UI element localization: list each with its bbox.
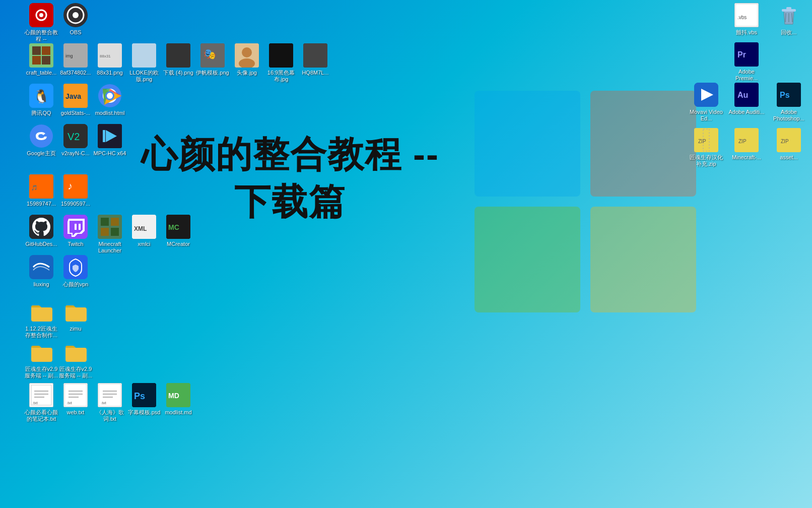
recycle-bin-label: 回收...	[781, 29, 796, 36]
svg-rect-12	[42, 46, 50, 55]
88x31-icon: 88x31	[98, 43, 122, 68]
adobe-premiere-label: Adobe Premie...	[728, 69, 765, 82]
bandicam-icon	[29, 3, 53, 27]
xinyan-vpn-label: 心颜的vpn	[63, 281, 89, 288]
icon-xinyan-vpn[interactable]: 心颜的vpn	[55, 253, 96, 290]
svg-text:MD: MD	[168, 392, 179, 400]
svg-text:Ps: Ps	[780, 91, 790, 99]
bandicam-label: 心颜的整合教程 --	[23, 29, 59, 42]
chrome-icon	[98, 84, 122, 108]
craft-table-icon	[29, 43, 53, 68]
icon-movavi[interactable]: Movavi Video Ed...	[686, 81, 726, 124]
icon-chrome[interactable]: modlist.html	[90, 82, 130, 118]
rensea-txt-label: 《人海》歌词.txt	[92, 409, 128, 422]
icon-assets-zip[interactable]: ZIP asset...	[769, 126, 809, 163]
adobe-photoshop-r-icon: Ps	[777, 83, 801, 107]
qq-label: 腾讯QQ	[31, 110, 51, 116]
svg-rect-84	[786, 7, 791, 10]
chrome-label: modlist.html	[95, 110, 125, 116]
svg-text:.txt: .txt	[32, 401, 38, 405]
github-icon	[29, 215, 53, 239]
modlistmd-label: modlist.md	[165, 409, 191, 416]
svg-text:88x31: 88x31	[100, 54, 111, 58]
v2rayn-icon: V2	[63, 124, 88, 148]
svg-text:.vbs: .vbs	[737, 15, 747, 20]
svg-rect-20	[166, 43, 190, 68]
svg-text:Pr: Pr	[737, 50, 746, 59]
rensea-txt-icon: .txt	[98, 383, 122, 407]
svg-text:♪: ♪	[67, 180, 73, 192]
zimu-psd-label: 字幕模板.psd	[128, 409, 161, 416]
icon-adobe-audition[interactable]: Au Adobe Auditi...	[726, 81, 767, 117]
zimu-label: zimu	[70, 326, 81, 332]
desktop-area: 心颜的整合教程 -- OBS craft_table... img	[0, 0, 812, 508]
svg-text:MC: MC	[168, 223, 179, 231]
adobe-photoshop-r-label: Adobe Photoshop...	[771, 109, 807, 122]
web-txt-label: web.txt	[67, 409, 85, 416]
svg-text:ZIP: ZIP	[781, 139, 789, 144]
zhanhuo-vbs-label: 颤抖.vbs	[736, 29, 757, 36]
modlistmd-icon: MD	[166, 383, 190, 407]
touxiang-label: 头像.jpg	[237, 70, 257, 76]
v2rayn-label: v2rayN-C...	[61, 150, 90, 157]
15989747-label: 15989747...	[27, 201, 56, 207]
obs-label: OBS	[70, 29, 81, 36]
svg-text:.txt: .txt	[66, 401, 72, 405]
download4-label: 下载 (4).png	[163, 70, 193, 76]
google-label: Google主页	[27, 150, 55, 157]
svg-rect-26	[269, 43, 293, 68]
zimu-psd-icon: Ps	[132, 383, 156, 407]
adobe-audition-label: Adobe Auditi...	[729, 109, 765, 115]
svg-rect-51	[101, 218, 109, 226]
icon-adobe-photoshop-r[interactable]: Ps Adobe Photoshop...	[769, 81, 809, 124]
icon-hq8m7l[interactable]: HQ8M7L...	[295, 41, 335, 78]
qq-icon: 🐧	[29, 84, 53, 108]
icon-jianghu-zip[interactable]: ZIP 匠魂生存汉化补充.zip	[686, 126, 726, 169]
svg-text:ZIP: ZIP	[738, 139, 747, 144]
tools112-icon	[29, 299, 53, 324]
svg-rect-13	[32, 56, 41, 65]
yimu-label: 伊帆模板.png	[196, 70, 229, 76]
svg-rect-11	[32, 46, 41, 55]
svg-text:Java: Java	[65, 92, 81, 100]
icon-mcreator[interactable]: MC MCreator	[158, 213, 198, 249]
liuxing-label: liuxing	[33, 281, 49, 288]
twitch-icon	[63, 215, 88, 239]
diehun29-icon	[29, 340, 53, 364]
mpchc-icon	[98, 124, 122, 148]
88x31-label: 88x31.png	[97, 70, 122, 76]
svg-point-35	[107, 93, 113, 99]
craft-table-label: craft_table...	[26, 70, 57, 76]
icon-zimu[interactable]: zimu	[55, 297, 96, 334]
icon-obs[interactable]: OBS	[55, 1, 96, 38]
svg-rect-52	[111, 218, 119, 226]
icon-adobe-premiere[interactable]: Pr Adobe Premie...	[726, 40, 767, 84]
zhanhuo-vbs-icon: .vbs	[734, 3, 759, 27]
assets-zip-icon: ZIP	[777, 128, 801, 152]
svg-rect-27	[303, 43, 327, 68]
xinyan-note-icon: .txt	[29, 383, 53, 407]
google-icon	[29, 124, 53, 148]
adobe-premiere-icon: Pr	[734, 42, 759, 67]
yimu-icon: 🎭	[200, 43, 225, 68]
touxiang-icon	[235, 43, 259, 68]
xmlci-label: xmlci	[138, 241, 150, 247]
icon-modlistmd[interactable]: MD modlist.md	[158, 381, 198, 418]
icon-minecraft-zip[interactable]: ZIP Minecraft-...	[726, 126, 767, 163]
icon-zhanhuo-vbs[interactable]: .vbs 颤抖.vbs	[726, 1, 767, 38]
8af3-label: 8af374802...	[60, 70, 91, 76]
jianghu-zip-icon: ZIP	[694, 128, 718, 152]
icon-recycle-bin[interactable]: 回收...	[769, 1, 809, 38]
svg-rect-41	[103, 130, 105, 142]
icon-15990597[interactable]: ♪ 15990597...	[55, 172, 96, 209]
svg-line-87	[792, 13, 792, 22]
minecraft-zip-icon: ZIP	[734, 128, 759, 152]
icon-diehun29-copy[interactable]: 匠魂生存v2.9服务端 -- 副...	[55, 338, 96, 381]
svg-rect-14	[42, 56, 50, 65]
svg-text:V2: V2	[67, 131, 80, 142]
svg-line-85	[785, 13, 786, 22]
8af3-icon: img	[63, 43, 88, 68]
recycle-bin-icon	[777, 3, 801, 27]
icon-mpchc[interactable]: MPC-HC x64	[90, 122, 130, 159]
mcreator-label: MCreator	[167, 241, 190, 247]
